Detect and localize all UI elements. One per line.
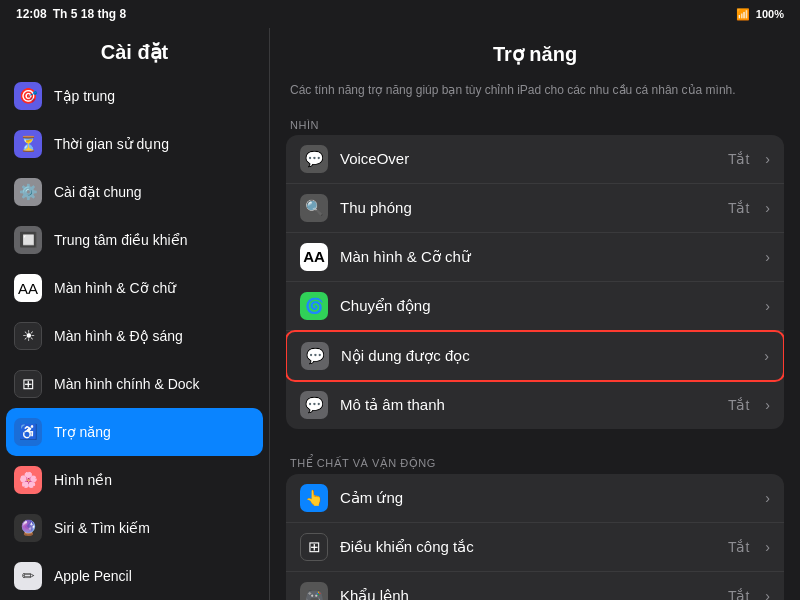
settings-row-thu-phong[interactable]: 🔍Thu phóngTắt› xyxy=(286,184,784,233)
sidebar-item-tro-nang[interactable]: ♿Trợ năng xyxy=(6,408,263,456)
sidebar-item-hinh-nen[interactable]: 🌸Hình nền xyxy=(0,456,269,504)
row-icon-dieu-khien-cong-tac: ⊞ xyxy=(300,533,328,561)
chevron-icon-thu-phong: › xyxy=(765,200,770,216)
section-description: Các tính năng trợ năng giúp bạn tùy chỉn… xyxy=(286,72,784,111)
row-icon-man-hinh-co-chu: AA xyxy=(300,243,328,271)
sidebar-icon-trung-tam: 🔲 xyxy=(14,226,42,254)
row-icon-mo-ta-am-thanh: 💬 xyxy=(300,391,328,419)
sidebar-item-man-hinh-chu[interactable]: AAMàn hình & Cỡ chữ xyxy=(0,264,269,312)
row-icon-khau-lenh: 🎮 xyxy=(300,582,328,600)
sidebar-list: 🎯Tập trung⏳Thời gian sử dụng⚙️Cài đặt ch… xyxy=(0,72,269,600)
sidebar-icon-siri: 🔮 xyxy=(14,514,42,542)
chevron-icon-cam-ung: › xyxy=(765,490,770,506)
sidebar-item-trung-tam[interactable]: 🔲Trung tâm điều khiển xyxy=(0,216,269,264)
sidebar-label-man-hinh-chu: Màn hình & Cỡ chữ xyxy=(54,280,176,296)
row-value-dieu-khien-cong-tac: Tắt xyxy=(728,539,749,555)
chevron-icon-mo-ta-am-thanh: › xyxy=(765,397,770,413)
status-date: Th 5 18 thg 8 xyxy=(53,7,126,21)
sidebar-icon-apple-pencil: ✏ xyxy=(14,562,42,590)
row-label-cam-ung: Cảm ứng xyxy=(340,489,753,507)
sidebar-label-man-hinh-do: Màn hình & Độ sáng xyxy=(54,328,183,344)
sidebar-icon-man-hinh-dock: ⊞ xyxy=(14,370,42,398)
sidebar-item-man-hinh-do[interactable]: ☀Màn hình & Độ sáng xyxy=(0,312,269,360)
settings-row-khau-lenh[interactable]: 🎮Khẩu lệnhTắt› xyxy=(286,572,784,600)
status-bar: 12:08 Th 5 18 thg 8 📶 100% xyxy=(0,0,800,28)
content-body: Các tính năng trợ năng giúp bạn tùy chỉn… xyxy=(270,72,800,600)
sidebar-item-apple-pencil[interactable]: ✏Apple Pencil xyxy=(0,552,269,600)
sidebar-icon-tro-nang: ♿ xyxy=(14,418,42,446)
settings-group-1: 👆Cảm ứng›⊞Điều khiển công tắcTắt›🎮Khẩu l… xyxy=(286,474,784,600)
row-icon-voiceover: 💬 xyxy=(300,145,328,173)
sidebar-label-hinh-nen: Hình nền xyxy=(54,472,112,488)
status-bar-left: 12:08 Th 5 18 thg 8 xyxy=(16,7,126,21)
sidebar-title: Cài đặt xyxy=(0,28,269,72)
main-layout: Cài đặt 🎯Tập trung⏳Thời gian sử dụng⚙️Cà… xyxy=(0,28,800,600)
sidebar-item-man-hinh-dock[interactable]: ⊞Màn hình chính & Dock xyxy=(0,360,269,408)
row-value-voiceover: Tắt xyxy=(728,151,749,167)
row-label-voiceover: VoiceOver xyxy=(340,150,716,167)
settings-row-voiceover[interactable]: 💬VoiceOverTắt› xyxy=(286,135,784,184)
sidebar-icon-hinh-nen: 🌸 xyxy=(14,466,42,494)
sidebar-label-thoi-gian: Thời gian sử dụng xyxy=(54,136,169,152)
section-label-1: THỂ CHẤT VÀ VẬN ĐỘNG xyxy=(286,449,784,474)
row-label-thu-phong: Thu phóng xyxy=(340,199,716,216)
sidebar-icon-man-hinh-do: ☀ xyxy=(14,322,42,350)
row-icon-cam-ung: 👆 xyxy=(300,484,328,512)
row-label-mo-ta-am-thanh: Mô tả âm thanh xyxy=(340,396,716,414)
row-label-man-hinh-co-chu: Màn hình & Cỡ chữ xyxy=(340,248,753,266)
settings-group-0: 💬VoiceOverTắt›🔍Thu phóngTắt›AAMàn hình &… xyxy=(286,135,784,429)
sidebar: Cài đặt 🎯Tập trung⏳Thời gian sử dụng⚙️Cà… xyxy=(0,28,270,600)
sidebar-icon-cai-dat-chung: ⚙️ xyxy=(14,178,42,206)
chevron-icon-chuyen-dong: › xyxy=(765,298,770,314)
row-label-noi-dung: Nội dung được đọc xyxy=(341,347,752,365)
row-label-dieu-khien-cong-tac: Điều khiển công tắc xyxy=(340,538,716,556)
sidebar-item-siri[interactable]: 🔮Siri & Tìm kiếm xyxy=(0,504,269,552)
chevron-icon-voiceover: › xyxy=(765,151,770,167)
row-value-thu-phong: Tắt xyxy=(728,200,749,216)
sidebar-label-siri: Siri & Tìm kiếm xyxy=(54,520,150,536)
chevron-icon-khau-lenh: › xyxy=(765,588,770,600)
settings-row-mo-ta-am-thanh[interactable]: 💬Mô tả âm thanhTắt› xyxy=(286,381,784,429)
wifi-icon: 📶 xyxy=(736,8,750,21)
settings-row-chuyen-dong[interactable]: 🌀Chuyển động› xyxy=(286,282,784,331)
sidebar-item-tap-trung[interactable]: 🎯Tập trung xyxy=(0,72,269,120)
settings-row-noi-dung[interactable]: 💬Nội dung được đọc› xyxy=(286,330,784,382)
settings-row-man-hinh-co-chu[interactable]: AAMàn hình & Cỡ chữ› xyxy=(286,233,784,282)
settings-row-cam-ung[interactable]: 👆Cảm ứng› xyxy=(286,474,784,523)
sidebar-label-apple-pencil: Apple Pencil xyxy=(54,568,132,584)
chevron-icon-man-hinh-co-chu: › xyxy=(765,249,770,265)
sidebar-label-cai-dat-chung: Cài đặt chung xyxy=(54,184,142,200)
row-value-khau-lenh: Tắt xyxy=(728,588,749,600)
row-label-chuyen-dong: Chuyển động xyxy=(340,297,753,315)
section-label-0: NHÌN xyxy=(286,111,784,135)
battery-indicator: 100% xyxy=(756,8,784,20)
row-value-mo-ta-am-thanh: Tắt xyxy=(728,397,749,413)
sidebar-item-cai-dat-chung[interactable]: ⚙️Cài đặt chung xyxy=(0,168,269,216)
sidebar-icon-tap-trung: 🎯 xyxy=(14,82,42,110)
chevron-icon-dieu-khien-cong-tac: › xyxy=(765,539,770,555)
sidebar-label-trung-tam: Trung tâm điều khiển xyxy=(54,232,187,248)
row-icon-chuyen-dong: 🌀 xyxy=(300,292,328,320)
status-bar-right: 📶 100% xyxy=(736,8,784,21)
row-icon-thu-phong: 🔍 xyxy=(300,194,328,222)
settings-row-dieu-khien-cong-tac[interactable]: ⊞Điều khiển công tắcTắt› xyxy=(286,523,784,572)
sidebar-label-man-hinh-dock: Màn hình chính & Dock xyxy=(54,376,200,392)
status-time: 12:08 xyxy=(16,7,47,21)
row-label-khau-lenh: Khẩu lệnh xyxy=(340,587,716,600)
row-icon-noi-dung: 💬 xyxy=(301,342,329,370)
content-area: Trợ năng Các tính năng trợ năng giúp bạn… xyxy=(270,28,800,600)
sidebar-item-thoi-gian[interactable]: ⏳Thời gian sử dụng xyxy=(0,120,269,168)
chevron-icon-noi-dung: › xyxy=(764,348,769,364)
sidebar-icon-thoi-gian: ⏳ xyxy=(14,130,42,158)
content-title: Trợ năng xyxy=(270,28,800,72)
sidebar-label-tro-nang: Trợ năng xyxy=(54,424,111,440)
sidebar-icon-man-hinh-chu: AA xyxy=(14,274,42,302)
sidebar-label-tap-trung: Tập trung xyxy=(54,88,115,104)
